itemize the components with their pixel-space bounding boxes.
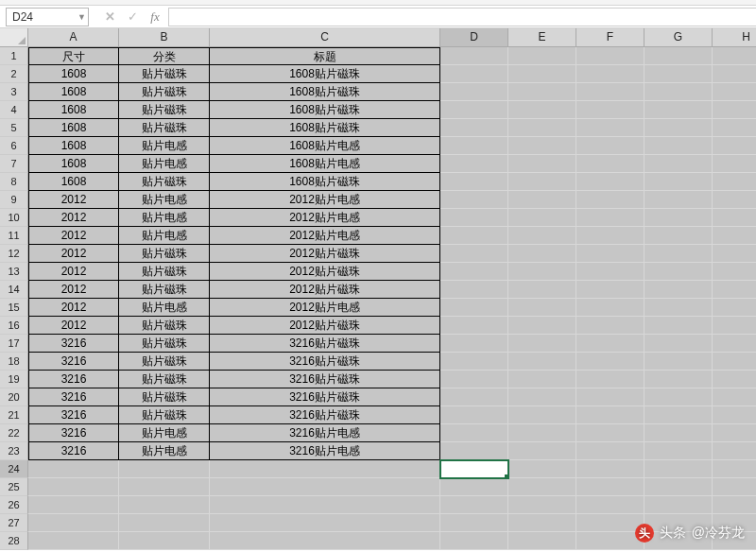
name-box[interactable]: D24 ▼ (6, 8, 89, 26)
cell[interactable] (644, 442, 713, 460)
cell[interactable]: 贴片电感 (119, 442, 210, 460)
cell[interactable] (508, 245, 576, 263)
cell[interactable] (713, 353, 756, 371)
cell[interactable] (644, 460, 713, 478)
row-header[interactable]: 21 (0, 406, 28, 424)
cell[interactable]: 1608贴片磁珠 (210, 173, 440, 191)
cell[interactable] (440, 155, 508, 173)
cell[interactable]: 3216贴片磁珠 (210, 406, 440, 424)
cell[interactable] (644, 335, 713, 353)
cell[interactable] (508, 460, 576, 478)
cell[interactable]: 2012贴片磁珠 (210, 317, 440, 335)
row-header[interactable]: 27 (0, 514, 28, 532)
row-header[interactable]: 3 (0, 83, 28, 101)
cell[interactable]: 2012 (28, 281, 119, 299)
cell[interactable] (440, 173, 508, 191)
cell[interactable]: 贴片磁珠 (119, 317, 210, 335)
row-header[interactable]: 11 (0, 227, 28, 245)
row-header[interactable]: 13 (0, 263, 28, 281)
cell[interactable]: 3216贴片磁珠 (210, 335, 440, 353)
cell[interactable]: 2012 (28, 245, 119, 263)
cell[interactable] (576, 209, 644, 227)
cell[interactable] (440, 47, 508, 65)
formula-enter-icon[interactable]: ✓ (121, 8, 144, 26)
cell[interactable] (644, 245, 713, 263)
cell[interactable] (576, 496, 644, 514)
cell[interactable] (440, 353, 508, 371)
cell[interactable]: 1608贴片电感 (210, 155, 440, 173)
cell[interactable] (119, 460, 210, 478)
row-header[interactable]: 10 (0, 209, 28, 227)
row-header[interactable]: 9 (0, 191, 28, 209)
cell[interactable] (713, 424, 756, 442)
cell[interactable] (576, 388, 644, 406)
cell[interactable] (440, 317, 508, 335)
cell[interactable] (508, 137, 576, 155)
cell[interactable] (440, 263, 508, 281)
row-header[interactable]: 5 (0, 119, 28, 137)
cell[interactable] (576, 47, 644, 65)
cell[interactable] (28, 460, 119, 478)
row-header[interactable]: 12 (0, 245, 28, 263)
cell[interactable]: 分类 (119, 47, 210, 65)
row-header[interactable]: 15 (0, 299, 28, 317)
cell[interactable] (576, 155, 644, 173)
cell[interactable] (713, 514, 756, 532)
column-header-H[interactable]: H (713, 28, 756, 46)
cell[interactable] (644, 137, 713, 155)
cell[interactable]: 贴片电感 (119, 227, 210, 245)
fx-icon[interactable]: fx (144, 8, 166, 26)
column-header-E[interactable]: E (508, 28, 576, 46)
cell[interactable] (644, 353, 713, 371)
cell[interactable] (508, 209, 576, 227)
cell[interactable]: 3216 (28, 388, 119, 406)
cell[interactable] (713, 227, 756, 245)
cell[interactable] (508, 47, 576, 65)
cell[interactable] (440, 209, 508, 227)
cell[interactable] (508, 388, 576, 406)
cell[interactable]: 2012贴片电感 (210, 191, 440, 209)
cell[interactable] (713, 209, 756, 227)
cell[interactable] (28, 514, 119, 532)
cell[interactable] (713, 65, 756, 83)
cell[interactable]: 标题 (210, 47, 440, 65)
cell[interactable] (644, 65, 713, 83)
cell[interactable] (576, 460, 644, 478)
cell[interactable] (508, 227, 576, 245)
cell[interactable]: 1608贴片磁珠 (210, 83, 440, 101)
cell[interactable] (644, 281, 713, 299)
cell[interactable] (644, 496, 713, 514)
cell[interactable]: 2012 (28, 227, 119, 245)
cell[interactable] (508, 371, 576, 388)
cell[interactable]: 1608 (28, 101, 119, 119)
cell[interactable] (576, 173, 644, 191)
cell[interactable] (440, 406, 508, 424)
row-header[interactable]: 19 (0, 371, 28, 388)
cell[interactable] (576, 317, 644, 335)
cell[interactable] (440, 137, 508, 155)
cell[interactable]: 1608 (28, 119, 119, 137)
cell[interactable] (440, 532, 508, 550)
select-all-button[interactable] (0, 28, 28, 46)
cell[interactable] (713, 335, 756, 353)
row-header[interactable]: 8 (0, 173, 28, 191)
cell[interactable]: 贴片磁珠 (119, 388, 210, 406)
cell[interactable] (508, 406, 576, 424)
row-header[interactable]: 23 (0, 442, 28, 460)
cell[interactable] (576, 532, 644, 550)
cell[interactable]: 贴片磁珠 (119, 173, 210, 191)
cell[interactable] (576, 281, 644, 299)
row-header[interactable]: 17 (0, 335, 28, 353)
cell[interactable] (576, 299, 644, 317)
cell[interactable] (508, 191, 576, 209)
column-header-F[interactable]: F (576, 28, 644, 46)
row-header[interactable]: 2 (0, 65, 28, 83)
cell[interactable]: 1608贴片电感 (210, 137, 440, 155)
cell[interactable] (644, 478, 713, 496)
cell[interactable] (644, 47, 713, 65)
cell[interactable] (210, 514, 440, 532)
cell[interactable]: 贴片电感 (119, 424, 210, 442)
cell[interactable]: 贴片磁珠 (119, 65, 210, 83)
cell[interactable] (508, 119, 576, 137)
cell[interactable] (713, 47, 756, 65)
